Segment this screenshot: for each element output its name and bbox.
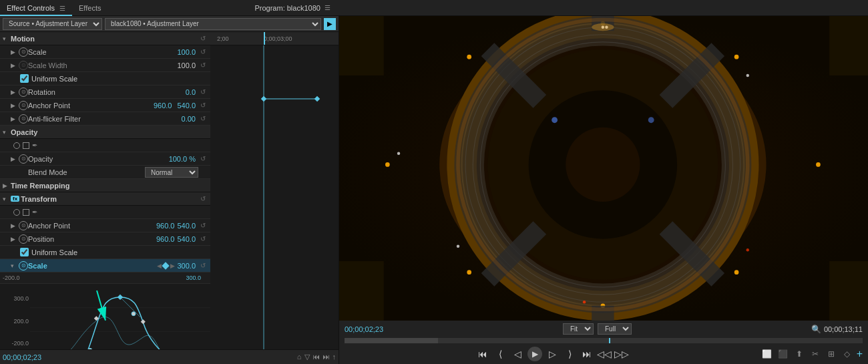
transform-anchor-v2[interactable]: 540.0	[177, 222, 196, 230]
right-panel: 00;00;02;23 Fit Full 🔍 00;00;13;11	[339, 16, 868, 364]
tab-effects[interactable]: Effects	[72, 0, 107, 16]
anti-flicker-stopwatch[interactable]: ⊙	[19, 114, 28, 124]
prev-frame-btn[interactable]: ◁	[510, 347, 525, 361]
transform-anchor-v1[interactable]: 960.0	[156, 222, 175, 230]
scale-width-stopwatch[interactable]: ⊙	[19, 61, 28, 70]
insert-btn[interactable]: ⬜	[761, 347, 774, 361]
transform-scale-stopwatch[interactable]: ⊙	[19, 261, 28, 270]
transport-row: ⏮ ⟨ ◁ ▶ ▷ ⟩ ⏭ ◁◁ ▷▷ ⬜ ⬛ ⬆ ✂ ⊞ ◇	[345, 347, 863, 361]
scale-reset[interactable]: ↺	[198, 48, 208, 55]
monitor-fit-select[interactable]: Fit	[563, 323, 594, 335]
filter-icon[interactable]: ▽	[304, 353, 310, 361]
transform-pos-reset[interactable]: ↺	[198, 235, 208, 242]
layer-select[interactable]: black1080 • Adjustment Layer	[105, 18, 321, 30]
step-fwd-transport-btn[interactable]: ⏭	[580, 347, 594, 361]
anchor-value1[interactable]: 960.0	[154, 102, 172, 110]
transform-anchor-reset[interactable]: ↺	[198, 222, 208, 229]
rewind-btn[interactable]: ⟨	[493, 347, 507, 361]
rotation-reset[interactable]: ↺	[198, 88, 208, 96]
transform-anchor-stopwatch[interactable]: ⊙	[19, 221, 28, 230]
anti-flicker-reset[interactable]: ↺	[198, 115, 208, 122]
anti-flicker-expand[interactable]: ▶	[11, 116, 19, 122]
rotation-value[interactable]: 0.0	[186, 88, 196, 96]
scale-value[interactable]: 100.0	[177, 48, 196, 56]
marker-btn[interactable]: ◇	[841, 347, 854, 361]
uniform-scale-checkbox[interactable]	[20, 74, 29, 83]
transform-pos-expand[interactable]: ▶	[11, 236, 19, 242]
scale-stopwatch[interactable]: ⊙	[19, 47, 28, 57]
step-back-icon[interactable]: ⏮	[312, 353, 320, 361]
anchor-point-row: ▶ ⊙ Anchor Point 960.0 540.0 ↺	[0, 99, 210, 112]
svg-point-54	[648, 117, 654, 123]
transform-icons-row: ✒	[0, 206, 210, 219]
transform-pos-stopwatch[interactable]: ⊙	[19, 234, 28, 244]
opacity-circle-icon	[13, 142, 20, 149]
opacity-prop-expand[interactable]: ▶	[11, 156, 19, 162]
playhead-marker	[609, 338, 610, 343]
rotation-expand[interactable]: ▶	[11, 89, 19, 96]
anchor-reset[interactable]: ↺	[198, 102, 208, 109]
svg-point-59	[592, 23, 614, 31]
blend-mode-select[interactable]: Normal Dissolve Darken	[145, 167, 198, 178]
step-back-transport-btn[interactable]: ⏮	[475, 347, 490, 361]
svg-point-53	[552, 117, 558, 123]
scale-width-reset[interactable]: ↺	[198, 61, 208, 69]
step-fwd-icon[interactable]: ⏭	[322, 353, 330, 361]
next-keyframe-btn[interactable]: ▶	[169, 262, 176, 269]
monitor-dropdowns: Fit Full	[563, 323, 632, 335]
opacity-stopwatch[interactable]: ⊙	[19, 154, 28, 164]
scale-width-row: ▶ ⊙ Scale Width 100.0 ↺	[0, 59, 210, 72]
transport-center: ⏮ ⟨ ◁ ▶ ▷ ⟩ ⏭ ◁◁ ▷▷	[345, 347, 761, 361]
rotation-stopwatch[interactable]: ⊙	[19, 87, 28, 97]
snap-icon[interactable]: ⌂	[297, 353, 302, 361]
forward-arrow-button[interactable]: ▶	[324, 18, 336, 30]
transform-expand-icon[interactable]: ▾	[3, 196, 11, 202]
scale-expand[interactable]: ▶	[11, 49, 19, 55]
panel-bottom: 00;00;02;23 ⌂ ▽ ⏮ ⏭ ↑	[0, 349, 339, 364]
left-panel: Source • Adjustment Layer black1080 • Ad…	[0, 16, 339, 364]
shuttle-left-btn[interactable]: ◁◁	[597, 347, 612, 361]
transform-scale-reset[interactable]: ↺	[198, 262, 208, 269]
ffwd-btn[interactable]: ⟩	[562, 347, 577, 361]
motion-reset-icon[interactable]: ↺	[198, 35, 208, 42]
timeline-playhead[interactable]	[264, 32, 265, 45]
effect-controls-menu-icon[interactable]: ☰	[59, 5, 65, 12]
anchor-value2[interactable]: 540.0	[177, 102, 196, 110]
next-frame-btn[interactable]: ▷	[545, 347, 560, 361]
svg-point-51	[397, 152, 400, 155]
time-remapping-expand[interactable]: ▶	[3, 182, 11, 189]
anti-flicker-value[interactable]: 0.00	[182, 115, 196, 123]
transform-pos-v1[interactable]: 960.0	[156, 235, 175, 243]
opacity-expand-icon[interactable]: ▾	[3, 129, 11, 136]
tab-effect-controls[interactable]: Effect Controls ☰	[0, 0, 72, 16]
source-select[interactable]: Source • Adjustment Layer	[3, 18, 102, 30]
play-btn[interactable]: ▶	[527, 347, 542, 361]
extract-btn[interactable]: ✂	[809, 347, 822, 361]
export-icon[interactable]: ↑	[333, 353, 337, 361]
anchor-expand[interactable]: ▶	[11, 102, 19, 109]
anchor-stopwatch[interactable]: ⊙	[19, 101, 28, 110]
shuttle-right-btn[interactable]: ▷▷	[614, 347, 629, 361]
anti-flicker-row: ▶ ⊙ Anti-flicker Filter 0.00 ↺	[0, 112, 210, 126]
scale-width-expand[interactable]: ▶	[11, 62, 19, 69]
add-btn[interactable]: +	[857, 348, 863, 360]
motion-expand-icon[interactable]: ▾	[3, 35, 11, 42]
transform-anchor-expand[interactable]: ▶	[11, 222, 19, 229]
transform-pos-v2[interactable]: 540.0	[177, 235, 196, 243]
progress-bar[interactable]	[345, 338, 863, 343]
overwrite-btn[interactable]: ⬛	[777, 347, 790, 361]
add-keyframe-btn[interactable]	[162, 262, 170, 269]
scale-width-value[interactable]: 100.0	[177, 61, 196, 69]
lift-btn[interactable]: ⬆	[793, 347, 806, 361]
monitor-quality-select[interactable]: Full	[598, 323, 632, 335]
transform-uniform-checkbox[interactable]	[20, 248, 29, 256]
svg-point-35	[385, 162, 390, 167]
graph-canvas	[30, 284, 210, 349]
opacity-value[interactable]: 100.0 %	[169, 155, 196, 163]
transform-reset[interactable]: ↺	[198, 195, 208, 202]
transform-scale-expand[interactable]: ▾	[11, 262, 19, 269]
transform-scale-value[interactable]: 300.0	[177, 262, 196, 270]
zoom-in-btn[interactable]: ⊞	[825, 347, 838, 361]
opacity-reset[interactable]: ↺	[198, 155, 208, 162]
program-menu-icon[interactable]: ☰	[324, 4, 331, 11]
